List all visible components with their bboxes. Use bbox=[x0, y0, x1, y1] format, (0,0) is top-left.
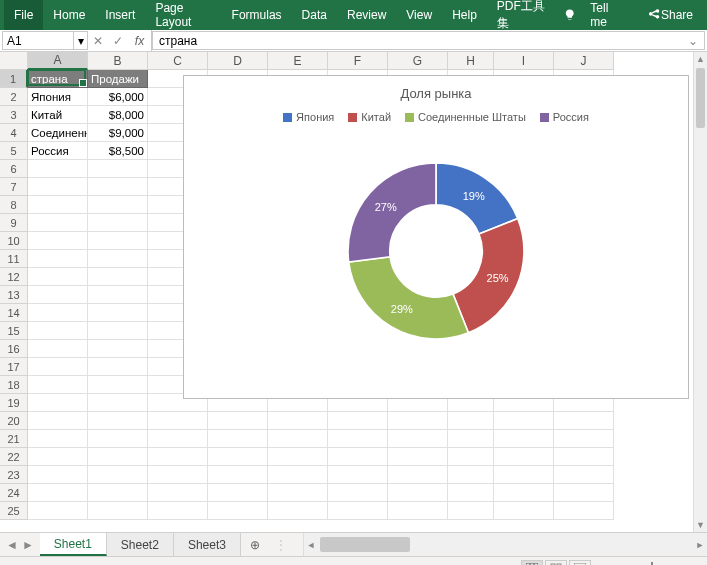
accept-icon[interactable]: ✓ bbox=[108, 34, 128, 48]
vscroll-thumb[interactable] bbox=[696, 68, 705, 128]
cell[interactable] bbox=[448, 484, 494, 502]
cell[interactable] bbox=[388, 412, 448, 430]
ribbon-tab-pdf工具集[interactable]: PDF工具集 bbox=[487, 0, 557, 30]
column-header[interactable]: D bbox=[208, 52, 268, 70]
cell[interactable] bbox=[88, 304, 148, 322]
zoom-control[interactable]: − + bbox=[600, 562, 701, 566]
row-header[interactable]: 9 bbox=[0, 214, 28, 232]
scroll-left-icon[interactable]: ◄ bbox=[304, 533, 318, 556]
cell[interactable] bbox=[268, 412, 328, 430]
column-header[interactable]: B bbox=[88, 52, 148, 70]
zoom-out-icon[interactable]: − bbox=[600, 562, 606, 566]
ribbon-tab-home[interactable]: Home bbox=[43, 0, 95, 30]
cell[interactable] bbox=[148, 448, 208, 466]
cell[interactable] bbox=[208, 412, 268, 430]
cell[interactable]: $8,000 bbox=[88, 106, 148, 124]
cell[interactable] bbox=[494, 466, 554, 484]
view-page-break-icon[interactable] bbox=[569, 560, 591, 566]
cell[interactable] bbox=[328, 466, 388, 484]
cell[interactable] bbox=[328, 430, 388, 448]
cell[interactable] bbox=[494, 430, 554, 448]
cell[interactable]: $8,500 bbox=[88, 142, 148, 160]
row-header[interactable]: 13 bbox=[0, 286, 28, 304]
row-header[interactable]: 15 bbox=[0, 322, 28, 340]
cell[interactable] bbox=[388, 466, 448, 484]
row-header[interactable]: 7 bbox=[0, 178, 28, 196]
cell[interactable] bbox=[28, 178, 88, 196]
column-header[interactable]: G bbox=[388, 52, 448, 70]
cell[interactable] bbox=[148, 412, 208, 430]
row-header[interactable]: 6 bbox=[0, 160, 28, 178]
row-header[interactable]: 14 bbox=[0, 304, 28, 322]
row-header[interactable]: 5 bbox=[0, 142, 28, 160]
cell[interactable] bbox=[88, 178, 148, 196]
cell[interactable] bbox=[28, 484, 88, 502]
ribbon-tab-review[interactable]: Review bbox=[337, 0, 396, 30]
cell[interactable] bbox=[28, 502, 88, 520]
cell[interactable] bbox=[388, 430, 448, 448]
row-header[interactable]: 10 bbox=[0, 232, 28, 250]
sheet-nav[interactable]: ◄► bbox=[0, 533, 40, 556]
cell[interactable] bbox=[448, 448, 494, 466]
cell[interactable] bbox=[88, 160, 148, 178]
row-header[interactable]: 11 bbox=[0, 250, 28, 268]
sheet-tab[interactable]: Sheet2 bbox=[107, 533, 174, 556]
cell[interactable] bbox=[28, 250, 88, 268]
ribbon-tab-file[interactable]: File bbox=[4, 0, 43, 30]
cell[interactable] bbox=[554, 448, 614, 466]
row-header[interactable]: 19 bbox=[0, 394, 28, 412]
cell[interactable] bbox=[494, 484, 554, 502]
column-header[interactable]: F bbox=[328, 52, 388, 70]
row-header[interactable]: 2 bbox=[0, 88, 28, 106]
cell[interactable] bbox=[28, 268, 88, 286]
cell[interactable] bbox=[148, 484, 208, 502]
cell[interactable] bbox=[268, 430, 328, 448]
cell[interactable] bbox=[88, 232, 148, 250]
cell[interactable] bbox=[268, 502, 328, 520]
cell[interactable] bbox=[268, 484, 328, 502]
cell[interactable] bbox=[494, 448, 554, 466]
horizontal-scrollbar[interactable]: ◄ ► bbox=[303, 533, 707, 556]
cell[interactable] bbox=[88, 484, 148, 502]
cell[interactable] bbox=[88, 412, 148, 430]
cell[interactable] bbox=[494, 412, 554, 430]
cell[interactable] bbox=[28, 304, 88, 322]
view-normal-icon[interactable] bbox=[521, 560, 543, 566]
cell[interactable] bbox=[448, 412, 494, 430]
row-header[interactable]: 17 bbox=[0, 358, 28, 376]
cell[interactable]: Россия bbox=[28, 142, 88, 160]
cell[interactable] bbox=[328, 502, 388, 520]
cell[interactable]: Китай bbox=[28, 106, 88, 124]
row-header[interactable]: 24 bbox=[0, 484, 28, 502]
formula-expand-icon[interactable]: ⌄ bbox=[688, 34, 698, 48]
ribbon-tab-insert[interactable]: Insert bbox=[95, 0, 145, 30]
column-header[interactable]: H bbox=[448, 52, 494, 70]
row-header[interactable]: 3 bbox=[0, 106, 28, 124]
cell[interactable] bbox=[88, 214, 148, 232]
cell[interactable] bbox=[88, 268, 148, 286]
cell[interactable] bbox=[208, 430, 268, 448]
cell[interactable] bbox=[28, 412, 88, 430]
cell[interactable] bbox=[554, 466, 614, 484]
fx-label[interactable]: fx bbox=[128, 30, 152, 51]
cell[interactable] bbox=[268, 466, 328, 484]
cell[interactable]: $6,000 bbox=[88, 88, 148, 106]
ribbon-tab-data[interactable]: Data bbox=[292, 0, 337, 30]
cell[interactable] bbox=[448, 502, 494, 520]
cell[interactable] bbox=[554, 502, 614, 520]
cell[interactable]: Продажи bbox=[88, 70, 148, 88]
cell[interactable] bbox=[28, 160, 88, 178]
cell[interactable] bbox=[28, 214, 88, 232]
cell[interactable] bbox=[388, 448, 448, 466]
cell[interactable]: Япония bbox=[28, 88, 88, 106]
cell[interactable] bbox=[28, 448, 88, 466]
cell[interactable] bbox=[88, 286, 148, 304]
cell[interactable] bbox=[148, 466, 208, 484]
cell[interactable] bbox=[328, 412, 388, 430]
ribbon-tab-page-layout[interactable]: Page Layout bbox=[145, 0, 221, 30]
cell[interactable] bbox=[148, 502, 208, 520]
cell[interactable] bbox=[268, 448, 328, 466]
cancel-icon[interactable]: ✕ bbox=[88, 34, 108, 48]
row-header[interactable]: 23 bbox=[0, 466, 28, 484]
sheet-tab[interactable]: Sheet1 bbox=[40, 533, 107, 556]
